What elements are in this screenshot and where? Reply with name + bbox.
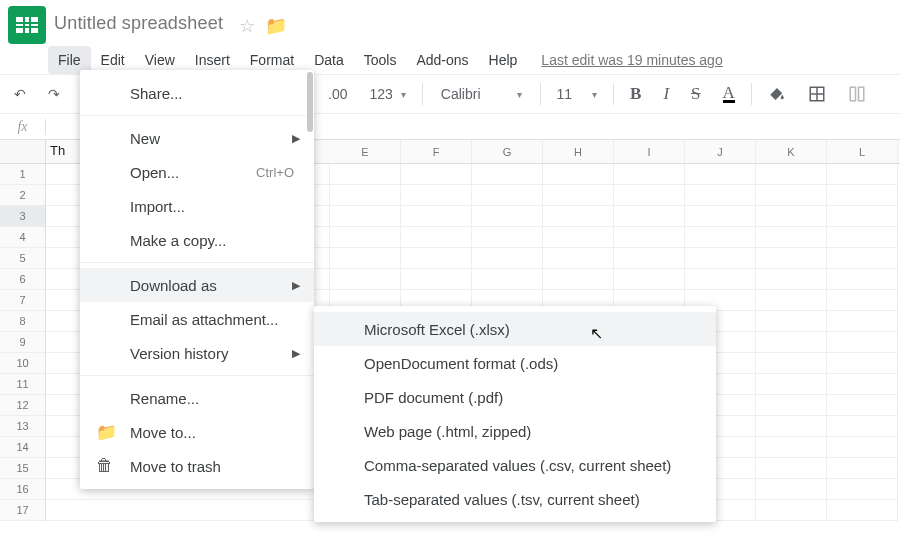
cell[interactable] [756, 227, 827, 248]
column-header[interactable]: E [330, 140, 401, 163]
file-menu-rename[interactable]: Rename... [80, 381, 314, 415]
cell[interactable] [472, 248, 543, 269]
file-menu-make-copy[interactable]: Make a copy... [80, 223, 314, 257]
strikethrough-button[interactable]: S [685, 80, 706, 108]
cell[interactable] [543, 269, 614, 290]
bold-button[interactable]: B [624, 80, 647, 108]
star-icon[interactable]: ☆ [239, 15, 255, 37]
cell[interactable] [827, 269, 898, 290]
undo-button[interactable]: ↶ [8, 82, 32, 106]
cell[interactable] [756, 269, 827, 290]
cell[interactable] [827, 479, 898, 500]
cell[interactable] [756, 395, 827, 416]
borders-button[interactable] [802, 81, 832, 107]
cell[interactable] [472, 185, 543, 206]
cell[interactable] [614, 227, 685, 248]
cell[interactable] [685, 248, 756, 269]
cell[interactable] [827, 185, 898, 206]
cell[interactable] [756, 437, 827, 458]
cell[interactable] [330, 164, 401, 185]
row-header[interactable]: 11 [0, 374, 45, 395]
cell[interactable] [827, 164, 898, 185]
cell[interactable] [401, 185, 472, 206]
row-header[interactable]: 5 [0, 248, 45, 269]
cell[interactable] [756, 416, 827, 437]
merge-cells-button[interactable] [842, 81, 872, 107]
file-menu-open[interactable]: Open...Ctrl+O [80, 155, 314, 189]
cell[interactable] [756, 164, 827, 185]
cell[interactable] [756, 206, 827, 227]
row-header[interactable]: 16 [0, 479, 45, 500]
sheets-logo-icon[interactable] [8, 6, 46, 44]
file-menu-version-history[interactable]: Version history▶ [80, 336, 314, 370]
text-color-button[interactable]: A [717, 82, 741, 107]
row-header[interactable]: 2 [0, 185, 45, 206]
cell[interactable] [614, 164, 685, 185]
cell[interactable] [827, 458, 898, 479]
cell[interactable] [827, 416, 898, 437]
row-header[interactable]: 6 [0, 269, 45, 290]
redo-button[interactable]: ↷ [42, 82, 66, 106]
cell[interactable] [472, 206, 543, 227]
download-xlsx[interactable]: Microsoft Excel (.xlsx) [314, 312, 716, 346]
row-header[interactable]: 7 [0, 290, 45, 311]
menu-addons[interactable]: Add-ons [406, 46, 478, 74]
cell[interactable] [543, 164, 614, 185]
column-header[interactable]: F [401, 140, 472, 163]
italic-button[interactable]: I [657, 80, 675, 108]
cell[interactable] [827, 374, 898, 395]
row-header[interactable]: 14 [0, 437, 45, 458]
row-header[interactable]: 3 [0, 206, 45, 227]
cell[interactable] [401, 206, 472, 227]
select-all-corner[interactable] [0, 140, 45, 164]
row-header[interactable]: 4 [0, 227, 45, 248]
cell[interactable] [827, 248, 898, 269]
cell[interactable] [685, 164, 756, 185]
file-menu-move-to[interactable]: 📁Move to... [80, 415, 314, 449]
file-menu-email-attachment[interactable]: Email as attachment... [80, 302, 314, 336]
row-header[interactable]: 9 [0, 332, 45, 353]
cell[interactable] [401, 269, 472, 290]
cell[interactable] [543, 206, 614, 227]
cell[interactable] [756, 332, 827, 353]
file-menu-share[interactable]: Share... [80, 76, 314, 110]
cell[interactable] [827, 500, 898, 521]
column-header[interactable]: G [472, 140, 543, 163]
cell[interactable] [756, 185, 827, 206]
download-ods[interactable]: OpenDocument format (.ods) [314, 346, 716, 380]
cell[interactable] [756, 458, 827, 479]
cell[interactable] [827, 290, 898, 311]
cell[interactable] [685, 269, 756, 290]
row-header[interactable]: 1 [0, 164, 45, 185]
cell[interactable] [330, 227, 401, 248]
download-csv[interactable]: Comma-separated values (.csv, current sh… [314, 448, 716, 482]
cell[interactable] [827, 353, 898, 374]
cell[interactable] [756, 353, 827, 374]
row-header[interactable]: 13 [0, 416, 45, 437]
cell[interactable] [614, 269, 685, 290]
cell[interactable] [472, 227, 543, 248]
cell[interactable] [827, 332, 898, 353]
row-header[interactable]: 12 [0, 395, 45, 416]
cell[interactable] [330, 206, 401, 227]
cell[interactable] [472, 164, 543, 185]
cell[interactable] [827, 395, 898, 416]
column-header[interactable]: H [543, 140, 614, 163]
cell[interactable] [543, 248, 614, 269]
file-menu-new[interactable]: New▶ [80, 121, 314, 155]
row-header[interactable]: 8 [0, 311, 45, 332]
cell[interactable] [614, 248, 685, 269]
cell[interactable] [827, 206, 898, 227]
number-format-button[interactable]: 123▾ [363, 82, 411, 106]
font-family-select[interactable]: Calibri▾ [433, 84, 530, 104]
file-menu-download-as[interactable]: Download as▶ [80, 268, 314, 302]
cell[interactable] [401, 164, 472, 185]
last-edit-link[interactable]: Last edit was 19 minutes ago [541, 52, 722, 68]
font-size-select[interactable]: 11▾ [551, 84, 604, 104]
file-menu-move-to-trash[interactable]: 🗑Move to trash [80, 449, 314, 483]
download-tsv[interactable]: Tab-separated values (.tsv, current shee… [314, 482, 716, 516]
row-header[interactable]: 17 [0, 500, 45, 521]
cell[interactable] [330, 248, 401, 269]
cell[interactable] [827, 311, 898, 332]
cell[interactable] [330, 185, 401, 206]
